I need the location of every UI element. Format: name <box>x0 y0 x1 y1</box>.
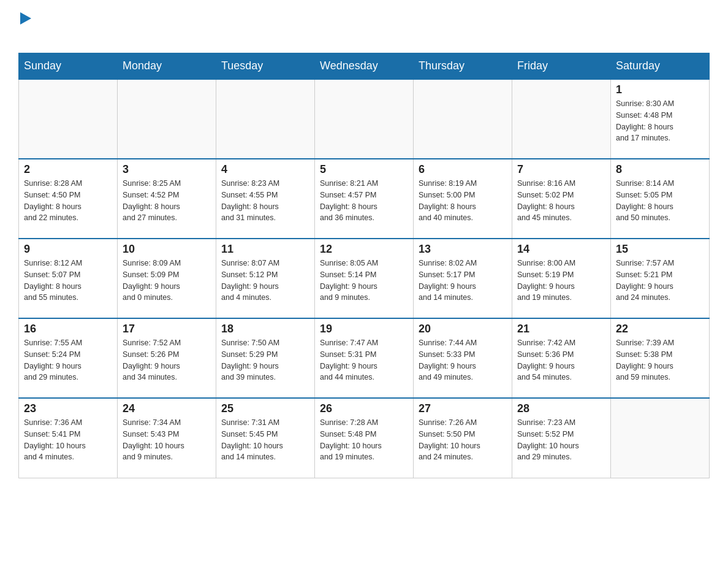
calendar-cell: 19Sunrise: 7:47 AMSunset: 5:31 PMDayligh… <box>315 318 414 398</box>
calendar-cell: 7Sunrise: 8:16 AMSunset: 5:02 PMDaylight… <box>512 159 611 239</box>
day-info: Sunrise: 7:28 AMSunset: 5:48 PMDaylight:… <box>320 417 408 463</box>
calendar-cell: 2Sunrise: 8:28 AMSunset: 4:50 PMDaylight… <box>19 159 118 239</box>
calendar-cell: 11Sunrise: 8:07 AMSunset: 5:12 PMDayligh… <box>216 239 315 318</box>
calendar-cell: 9Sunrise: 8:12 AMSunset: 5:07 PMDaylight… <box>19 239 118 318</box>
day-info: Sunrise: 8:28 AMSunset: 4:50 PMDaylight:… <box>24 178 112 224</box>
day-info: Sunrise: 7:42 AMSunset: 5:36 PMDaylight:… <box>517 337 605 383</box>
logo-blue-text <box>18 26 21 46</box>
day-info: Sunrise: 7:57 AMSunset: 5:21 PMDaylight:… <box>616 258 704 304</box>
calendar-cell <box>19 79 118 159</box>
calendar-cell: 5Sunrise: 8:21 AMSunset: 4:57 PMDaylight… <box>315 159 414 239</box>
day-info: Sunrise: 8:00 AMSunset: 5:19 PMDaylight:… <box>517 258 605 304</box>
calendar-week-row: 9Sunrise: 8:12 AMSunset: 5:07 PMDaylight… <box>19 239 710 318</box>
day-info: Sunrise: 8:25 AMSunset: 4:52 PMDaylight:… <box>123 178 211 224</box>
logo-triangle-icon <box>20 12 31 25</box>
day-info: Sunrise: 8:30 AMSunset: 4:48 PMDaylight:… <box>616 98 704 144</box>
calendar-cell: 21Sunrise: 7:42 AMSunset: 5:36 PMDayligh… <box>512 318 611 398</box>
day-info: Sunrise: 8:23 AMSunset: 4:55 PMDaylight:… <box>221 178 309 224</box>
calendar-cell: 18Sunrise: 7:50 AMSunset: 5:29 PMDayligh… <box>216 318 315 398</box>
day-info: Sunrise: 7:52 AMSunset: 5:26 PMDaylight:… <box>123 337 211 383</box>
calendar-cell: 12Sunrise: 8:05 AMSunset: 5:14 PMDayligh… <box>315 239 414 318</box>
day-number: 15 <box>616 243 704 256</box>
calendar-cell: 22Sunrise: 7:39 AMSunset: 5:38 PMDayligh… <box>611 318 710 398</box>
day-number: 21 <box>517 323 605 335</box>
day-info: Sunrise: 7:47 AMSunset: 5:31 PMDaylight:… <box>320 337 408 383</box>
day-number: 2 <box>24 163 112 176</box>
day-number: 26 <box>320 402 408 415</box>
calendar-cell: 16Sunrise: 7:55 AMSunset: 5:24 PMDayligh… <box>19 318 118 398</box>
day-number: 10 <box>123 243 211 256</box>
day-number: 20 <box>419 323 507 335</box>
calendar-cell: 10Sunrise: 8:09 AMSunset: 5:09 PMDayligh… <box>118 239 216 318</box>
calendar-cell: 20Sunrise: 7:44 AMSunset: 5:33 PMDayligh… <box>414 318 512 398</box>
day-number: 16 <box>24 323 112 335</box>
calendar-cell: 3Sunrise: 8:25 AMSunset: 4:52 PMDaylight… <box>118 159 216 239</box>
calendar-cell <box>611 398 710 478</box>
calendar-cell <box>512 79 611 159</box>
calendar-cell <box>414 79 512 159</box>
weekday-header-wednesday: Wednesday <box>315 53 414 80</box>
calendar-week-row: 1Sunrise: 8:30 AMSunset: 4:48 PMDaylight… <box>19 79 710 159</box>
calendar-cell: 15Sunrise: 7:57 AMSunset: 5:21 PMDayligh… <box>611 239 710 318</box>
day-number: 18 <box>221 323 309 335</box>
calendar-cell: 25Sunrise: 7:31 AMSunset: 5:45 PMDayligh… <box>216 398 315 478</box>
day-info: Sunrise: 7:23 AMSunset: 5:52 PMDaylight:… <box>517 417 605 463</box>
calendar-cell: 24Sunrise: 7:34 AMSunset: 5:43 PMDayligh… <box>118 398 216 478</box>
day-info: Sunrise: 7:39 AMSunset: 5:38 PMDaylight:… <box>616 337 704 383</box>
weekday-header-friday: Friday <box>512 53 611 80</box>
day-number: 13 <box>419 243 507 256</box>
calendar-week-row: 2Sunrise: 8:28 AMSunset: 4:50 PMDaylight… <box>19 159 710 239</box>
weekday-header-thursday: Thursday <box>414 53 512 80</box>
page-header <box>18 12 710 47</box>
day-info: Sunrise: 8:16 AMSunset: 5:02 PMDaylight:… <box>517 178 605 224</box>
calendar-header-row: SundayMondayTuesdayWednesdayThursdayFrid… <box>19 53 710 80</box>
day-number: 12 <box>320 243 408 256</box>
day-number: 28 <box>517 402 605 415</box>
calendar-cell <box>216 79 315 159</box>
calendar-cell: 4Sunrise: 8:23 AMSunset: 4:55 PMDaylight… <box>216 159 315 239</box>
day-number: 3 <box>123 163 211 176</box>
day-number: 1 <box>616 83 704 96</box>
calendar-cell: 17Sunrise: 7:52 AMSunset: 5:26 PMDayligh… <box>118 318 216 398</box>
day-info: Sunrise: 8:07 AMSunset: 5:12 PMDaylight:… <box>221 258 309 304</box>
calendar-cell: 1Sunrise: 8:30 AMSunset: 4:48 PMDaylight… <box>611 79 710 159</box>
calendar-cell: 14Sunrise: 8:00 AMSunset: 5:19 PMDayligh… <box>512 239 611 318</box>
day-info: Sunrise: 8:21 AMSunset: 4:57 PMDaylight:… <box>320 178 408 224</box>
calendar-cell: 28Sunrise: 7:23 AMSunset: 5:52 PMDayligh… <box>512 398 611 478</box>
day-number: 11 <box>221 243 309 256</box>
calendar-cell <box>118 79 216 159</box>
day-number: 22 <box>616 323 704 335</box>
day-number: 6 <box>419 163 507 176</box>
weekday-header-saturday: Saturday <box>611 53 710 80</box>
logo <box>18 12 31 47</box>
day-number: 19 <box>320 323 408 335</box>
day-info: Sunrise: 7:31 AMSunset: 5:45 PMDaylight:… <box>221 417 309 463</box>
calendar-week-row: 16Sunrise: 7:55 AMSunset: 5:24 PMDayligh… <box>19 318 710 398</box>
day-info: Sunrise: 7:55 AMSunset: 5:24 PMDaylight:… <box>24 337 112 383</box>
day-number: 7 <box>517 163 605 176</box>
day-number: 5 <box>320 163 408 176</box>
day-info: Sunrise: 8:19 AMSunset: 5:00 PMDaylight:… <box>419 178 507 224</box>
weekday-header-sunday: Sunday <box>19 53 118 80</box>
day-info: Sunrise: 8:14 AMSunset: 5:05 PMDaylight:… <box>616 178 704 224</box>
day-number: 17 <box>123 323 211 335</box>
day-number: 25 <box>221 402 309 415</box>
calendar-cell <box>315 79 414 159</box>
weekday-header-tuesday: Tuesday <box>216 53 315 80</box>
day-number: 23 <box>24 402 112 415</box>
day-info: Sunrise: 8:02 AMSunset: 5:17 PMDaylight:… <box>419 258 507 304</box>
day-info: Sunrise: 7:34 AMSunset: 5:43 PMDaylight:… <box>123 417 211 463</box>
weekday-header-monday: Monday <box>118 53 216 80</box>
day-info: Sunrise: 7:44 AMSunset: 5:33 PMDaylight:… <box>419 337 507 383</box>
day-number: 14 <box>517 243 605 256</box>
day-number: 4 <box>221 163 309 176</box>
day-info: Sunrise: 8:05 AMSunset: 5:14 PMDaylight:… <box>320 258 408 304</box>
day-number: 8 <box>616 163 704 176</box>
calendar-cell: 27Sunrise: 7:26 AMSunset: 5:50 PMDayligh… <box>414 398 512 478</box>
calendar-cell: 23Sunrise: 7:36 AMSunset: 5:41 PMDayligh… <box>19 398 118 478</box>
day-info: Sunrise: 7:50 AMSunset: 5:29 PMDaylight:… <box>221 337 309 383</box>
day-info: Sunrise: 8:12 AMSunset: 5:07 PMDaylight:… <box>24 258 112 304</box>
day-info: Sunrise: 7:26 AMSunset: 5:50 PMDaylight:… <box>419 417 507 463</box>
calendar-week-row: 23Sunrise: 7:36 AMSunset: 5:41 PMDayligh… <box>19 398 710 478</box>
day-info: Sunrise: 8:09 AMSunset: 5:09 PMDaylight:… <box>123 258 211 304</box>
